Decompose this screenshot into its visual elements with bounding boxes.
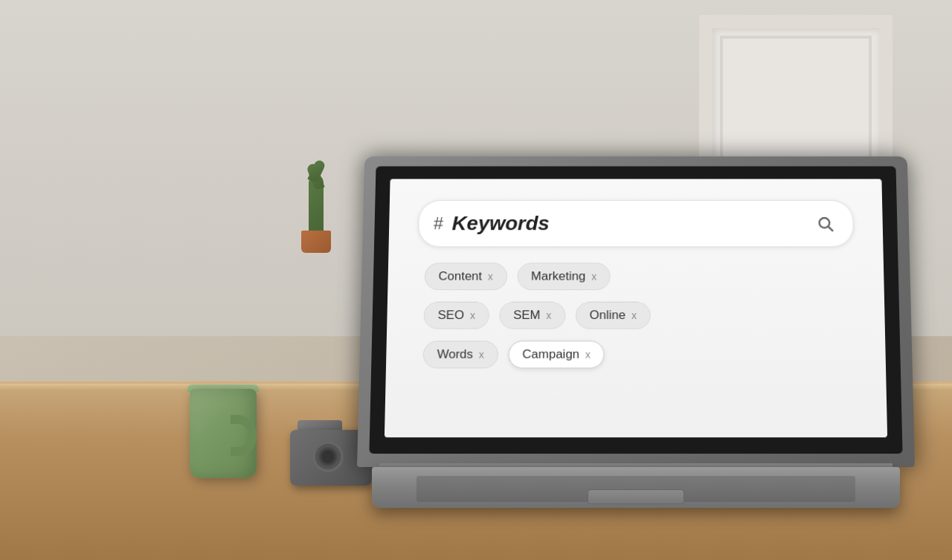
tag-marketing[interactable]: Marketing x [517,263,611,290]
tag-marketing-close[interactable]: x [591,271,596,282]
book [38,119,48,223]
search-keywords-text: Keywords [452,212,804,235]
hash-symbol: # [434,213,444,234]
laptop-trackpad [588,489,684,504]
tag-online-close[interactable]: x [631,309,637,321]
tag-words[interactable]: Words x [423,341,498,368]
bookshelf [22,74,175,223]
camera-lens [312,441,344,472]
laptop-base [372,467,900,508]
tag-campaign-close[interactable]: x [585,349,591,361]
laptop-screen-outer: # Keywords [357,156,915,467]
svg-point-0 [819,218,829,228]
mug-handle [231,415,257,456]
book [22,104,36,223]
book [100,115,111,223]
book [51,97,65,223]
tag-sem-close[interactable]: x [546,309,551,321]
cactus-arm-right [307,158,326,183]
tag-campaign[interactable]: Campaign x [508,341,604,368]
search-bar[interactable]: # Keywords [418,200,854,247]
tags-area: Content x Marketing x [416,263,857,368]
tag-campaign-label: Campaign [522,347,579,362]
book [113,100,134,223]
screen-content: # Keywords [385,179,887,438]
tag-seo-close[interactable]: x [470,309,475,321]
book [68,108,80,223]
tag-words-label: Words [437,347,474,362]
svg-line-1 [829,227,832,231]
tag-content[interactable]: Content x [425,263,507,290]
book [136,95,149,223]
tag-online[interactable]: Online x [576,302,651,329]
mug [178,367,268,478]
laptop-screen-bezel: # Keywords [369,167,902,454]
book [82,89,98,223]
cactus [298,149,335,253]
tags-row-3: Words x Campaign x [423,341,849,368]
tag-seo-label: SEO [437,308,464,322]
tags-row-2: SEO x SEM x Online x [424,302,849,329]
cactus-body [309,175,324,234]
tags-row-1: Content x Marketing x [425,263,848,290]
cactus-pot [301,231,331,253]
tag-sem[interactable]: SEM x [499,302,565,329]
laptop-screen-display: # Keywords [385,179,887,438]
tag-sem-label: SEM [513,308,541,322]
mug-body [190,389,257,478]
tag-content-close[interactable]: x [488,271,493,282]
book [163,112,175,223]
tag-online-label: Online [590,308,626,322]
tag-words-close[interactable]: x [479,349,484,361]
tag-seo[interactable]: SEO x [424,302,489,329]
search-icon-button[interactable] [812,210,839,236]
book [152,120,161,223]
tag-content-label: Content [438,269,482,283]
tag-marketing-label: Marketing [531,269,586,283]
scene: # Keywords [0,0,952,560]
